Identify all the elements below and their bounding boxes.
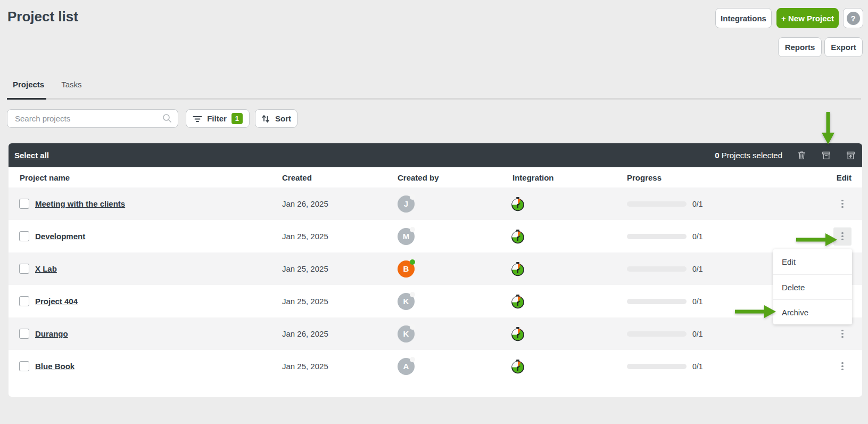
row-checkbox[interactable] [19,329,29,339]
created-by-cell: A [398,358,512,375]
row-actions-button[interactable] [833,325,852,343]
project-list-page: Project list Integrations + New Project … [0,0,868,424]
status-dot [410,324,415,330]
header-edit: Edit [781,173,862,182]
row-checkbox[interactable] [19,361,29,371]
progress-cell: 0/1 [627,330,781,338]
row-checkbox[interactable] [19,296,29,306]
help-button[interactable]: ? [843,8,863,28]
status-dot [410,194,415,200]
sort-button-label: Sort [275,114,291,123]
progress-fraction: 0/1 [692,362,702,371]
table-row: DurangoJan 26, 2025K0/1 [9,317,862,350]
select-all-link[interactable]: Select all [14,151,49,160]
selected-count-text: 0 Projects selected [715,151,782,160]
avatar: K [398,325,415,343]
avatar: K [398,293,415,310]
project-name-link[interactable]: X Lab [35,264,57,273]
created-by-cell: K [398,325,512,343]
unarchive-selected-button[interactable] [846,150,856,160]
new-project-button-label: + New Project [781,14,834,23]
delete-selected-button[interactable] [797,150,807,160]
tab-projects[interactable]: Projects [13,80,44,89]
annotation-arrow-down-archive-icon [822,112,834,145]
archive-selected-button[interactable] [821,150,831,160]
selection-bar: Select all 0 Projects selected [9,143,862,167]
menu-item-edit[interactable]: Edit [773,249,852,274]
header-created: Created [282,173,398,182]
progress-cell: 0/1 [627,265,781,273]
table-header-row: Project name Created Created by Integrat… [9,167,862,187]
search-input[interactable] [7,109,178,128]
project-name-cell: Project 404 [9,296,282,306]
created-date: Jan 26, 2025 [282,199,398,208]
progress-cell: 0/1 [627,232,781,241]
menu-item-archive[interactable]: Archive [773,299,852,324]
created-date: Jan 26, 2025 [282,329,398,338]
row-checkbox[interactable] [19,231,29,241]
avatar-letter: A [403,362,409,371]
avatar-letter: K [403,297,409,306]
selected-count: 0 [715,151,719,160]
page-title: Project list [7,9,78,25]
project-name-link[interactable]: Project 404 [35,297,78,306]
tab-tasks[interactable]: Tasks [61,80,81,89]
status-dot [410,357,415,362]
avatar-letter: M [403,232,410,241]
project-name-link[interactable]: Development [35,232,85,241]
filter-count-badge: 1 [232,113,243,124]
project-name-link[interactable]: Blue Book [35,362,75,371]
created-date: Jan 25, 2025 [282,362,398,371]
progress-cell: 0/1 [627,362,781,371]
created-date: Jan 25, 2025 [282,297,398,306]
sort-icon [261,114,270,124]
row-actions-button[interactable] [833,195,852,213]
project-name-cell: X Lab [9,264,282,274]
filter-button-label: Filter [207,114,227,123]
edit-cell [781,195,862,213]
sort-button[interactable]: Sort [255,109,297,128]
timer-integration-icon [512,327,627,341]
export-button[interactable]: Export [824,37,863,57]
status-dot [410,259,415,265]
integration-cell [512,197,627,211]
timer-integration-icon [512,359,627,374]
table-row: X LabJan 25, 2025B0/1 [9,252,862,285]
created-date: Jan 25, 2025 [282,264,398,273]
status-dot [410,227,415,232]
new-project-button[interactable]: + New Project [776,8,839,28]
avatar: B [398,260,415,278]
integration-cell [512,359,627,374]
project-name-link[interactable]: Meeting with the clients [35,199,125,208]
row-checkbox[interactable] [19,264,29,274]
header-project-name: Project name [9,173,282,182]
integrations-button[interactable]: Integrations [715,8,772,28]
edit-cell [781,357,862,376]
project-name-link[interactable]: Durango [35,329,68,338]
row-context-menu: Edit Delete Archive [773,249,852,324]
progress-bar [627,364,687,369]
filter-icon [193,114,202,124]
selected-label: Projects selected [722,151,782,160]
kebab-menu-icon [841,232,844,241]
menu-item-delete[interactable]: Delete [773,274,852,299]
unarchive-icon [846,150,856,160]
row-checkbox[interactable] [19,199,29,209]
progress-cell: 0/1 [627,297,781,306]
header-created-by: Created by [398,173,512,182]
table-row: Project 404Jan 25, 2025K0/1 [9,285,862,317]
avatar-letter: J [404,199,408,208]
tab-bar: Projects Tasks [13,80,82,89]
progress-bar [627,299,687,304]
avatar: A [398,358,415,375]
reports-button-label: Reports [785,43,815,52]
table-row: Meeting with the clientsJan 26, 2025J0/1 [9,187,862,220]
reports-button[interactable]: Reports [778,37,822,57]
progress-cell: 0/1 [627,200,781,208]
filter-button[interactable]: Filter 1 [186,109,250,128]
annotation-arrow-right-archive-item [735,305,776,318]
progress-fraction: 0/1 [692,265,702,273]
created-by-cell: J [398,195,512,213]
row-actions-button[interactable] [833,357,852,376]
created-by-cell: K [398,293,512,310]
